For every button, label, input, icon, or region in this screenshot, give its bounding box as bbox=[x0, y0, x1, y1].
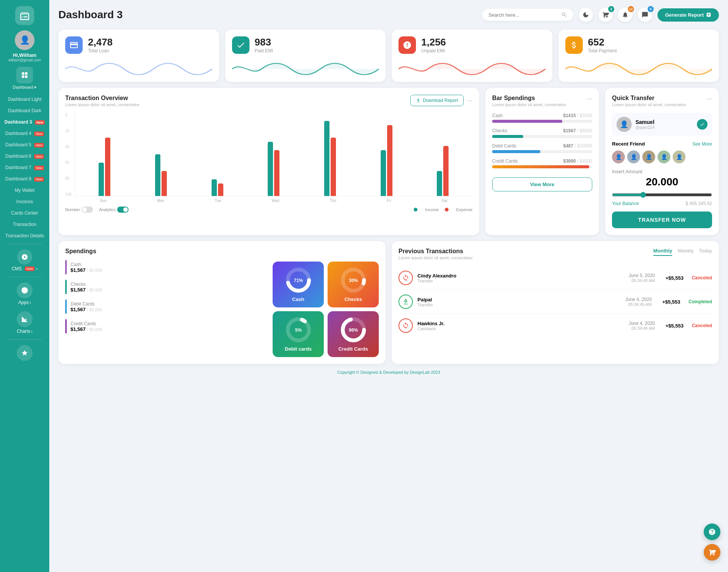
number-toggle[interactable]: Number bbox=[65, 207, 93, 213]
tx-icon-paipal bbox=[399, 295, 413, 309]
friend-avatar-1[interactable]: 👤 bbox=[612, 150, 625, 163]
sidebar-item-transaction[interactable]: Transaction bbox=[0, 219, 49, 230]
sidebar-item-dashboard-light[interactable]: Dashboard Light bbox=[0, 94, 49, 105]
cms-label[interactable]: CMS New › bbox=[12, 266, 38, 271]
credit-donut-chart: 96% bbox=[340, 317, 367, 343]
qt-more-btn[interactable]: ··· bbox=[706, 95, 712, 103]
sidebar-item-dashboard-7[interactable]: Dashboard 7 New bbox=[0, 162, 49, 173]
tx-name-paipal: Paipal bbox=[417, 297, 433, 302]
svg-rect-3 bbox=[25, 75, 28, 78]
debit-donut-card: 5% Debit cards bbox=[273, 311, 324, 357]
friend-avatar-3[interactable]: 👤 bbox=[642, 150, 655, 163]
bar-red-sat bbox=[443, 146, 449, 196]
bar-red-tue bbox=[218, 183, 223, 196]
stats-row: 2,478 Total Loan 983 Paid EMI bbox=[58, 30, 719, 82]
friend-avatars: 👤 👤 👤 👤 👤 bbox=[612, 150, 712, 163]
insert-amount-label: Insert Amount bbox=[612, 169, 712, 174]
quick-transfer-subtitle: Lorem ipsum dolor sit amet, consectetur bbox=[612, 102, 686, 107]
tx-type-hawkins: Cashback bbox=[417, 326, 445, 331]
friend-avatar-4[interactable]: 👤 bbox=[657, 150, 670, 163]
bar-teal-fri bbox=[381, 150, 386, 196]
download-report-btn[interactable]: Download Report bbox=[410, 95, 464, 106]
tab-monthly[interactable]: Monthly bbox=[653, 248, 672, 256]
sidebar: 👤 Hi,William william@gmail.com Dashboard… bbox=[0, 0, 49, 572]
see-more-btn[interactable]: See More bbox=[692, 141, 712, 147]
unpaid-emi-value: 1,256 bbox=[421, 36, 446, 48]
sidebar-item-my-wallet[interactable]: My Wallet bbox=[0, 185, 49, 196]
theme-toggle-btn[interactable] bbox=[579, 8, 593, 22]
analytics-toggle-switch[interactable] bbox=[117, 207, 129, 213]
sidebar-star-btn[interactable] bbox=[17, 345, 33, 361]
tx-status-cindy: Canceled bbox=[692, 275, 712, 281]
header-actions: 2 12 5 Generate Report bbox=[482, 8, 719, 22]
view-more-btn[interactable]: View More bbox=[492, 177, 592, 191]
message-icon-btn[interactable]: 5 bbox=[638, 8, 652, 22]
tab-today[interactable]: Today bbox=[699, 248, 712, 256]
transfer-now-btn[interactable]: TRANSFER NOW bbox=[612, 212, 712, 228]
bar-group-sat bbox=[437, 146, 449, 196]
checks-donut-chart: 30% bbox=[340, 267, 367, 293]
transaction-overview-card: Transaction Overview Lorem ipsum dolor s… bbox=[58, 88, 479, 235]
number-toggle-switch[interactable] bbox=[82, 207, 93, 213]
amount-slider[interactable] bbox=[612, 192, 712, 198]
spending-checks: Checks $1567 / $5000 bbox=[492, 128, 592, 138]
bar-red-thu bbox=[331, 138, 336, 196]
tab-weekly[interactable]: Weekly bbox=[678, 248, 693, 256]
sidebar-item-dashboard-4[interactable]: Dashboard 4 New bbox=[0, 128, 49, 139]
sidebar-item-dashboard-5[interactable]: Dashboard 5 New bbox=[0, 139, 49, 150]
unpaid-emi-wave bbox=[399, 58, 546, 80]
friend-avatar-2[interactable]: 👤 bbox=[627, 150, 640, 163]
tx-name-hawkins: Hawkins Jr. bbox=[417, 321, 445, 326]
float-support-btn[interactable] bbox=[704, 523, 720, 540]
sidebar-item-dashboard-3[interactable]: Dashboard 3 New bbox=[0, 116, 49, 128]
bar-red-mon bbox=[162, 171, 167, 196]
cms-icon[interactable] bbox=[17, 249, 32, 265]
spendings-more-btn[interactable]: ··· bbox=[587, 95, 592, 103]
sidebar-item-transaction-details[interactable]: Transaction Details bbox=[0, 230, 49, 241]
unpaid-emi-label: Unpaid EMI bbox=[421, 48, 446, 53]
bar-red-sun bbox=[105, 138, 110, 196]
balance-row: Your Balance $ 456,345.62 bbox=[612, 201, 712, 206]
credit-donut-card: 96% Credit Cards bbox=[328, 311, 379, 357]
y-axis-labels: 100806040200 bbox=[65, 113, 75, 196]
bell-icon-btn[interactable]: 12 bbox=[618, 8, 632, 22]
quick-transfer-card: Quick Transfer Lorem ipsum dolor sit ame… bbox=[605, 88, 719, 235]
sidebar-item-dashboard-8[interactable]: Dashboard 8 New bbox=[0, 173, 49, 185]
bottom-row: Spendings Cash $1,567 / $5,000 Checks bbox=[58, 241, 719, 364]
bar-spendings-card: Bar Spendings Lorem ipsum dolor sit amet… bbox=[485, 88, 599, 235]
tx-item-hawkins: Hawkins Jr. Cashback June 4, 2020 05:34:… bbox=[399, 314, 712, 337]
bar-red-wed bbox=[274, 150, 279, 196]
bar-chart: 100806040200 bbox=[65, 113, 472, 213]
bell-badge: 12 bbox=[628, 6, 634, 12]
tx-more-btn[interactable]: ··· bbox=[467, 97, 472, 105]
float-cart-btn[interactable] bbox=[704, 544, 720, 561]
stat-card-unpaid-emi: 1,256 Unpaid EMI bbox=[392, 30, 552, 82]
quick-transfer-title: Quick Transfer bbox=[612, 95, 686, 102]
svg-text:5%: 5% bbox=[295, 328, 302, 333]
sidebar-logo[interactable] bbox=[15, 6, 34, 25]
sidebar-item-dashboard-6[interactable]: Dashboard 6 New bbox=[0, 150, 49, 162]
svg-point-4 bbox=[22, 287, 28, 294]
tx-overview-title: Transaction Overview bbox=[65, 95, 140, 102]
spendings-cash-row: Cash $1,567 / $5,000 bbox=[65, 260, 267, 274]
dashboard-icon-btn[interactable] bbox=[16, 67, 33, 83]
qt-avatar: 👤 bbox=[617, 117, 632, 132]
sidebar-item-dashboard-dark[interactable]: Dashboard Dark bbox=[0, 105, 49, 116]
cash-donut-chart: 71% bbox=[285, 267, 312, 293]
amount-display: 20.000 bbox=[612, 176, 712, 188]
search-input[interactable] bbox=[488, 12, 561, 18]
analytics-toggle[interactable]: Analytics bbox=[99, 207, 129, 213]
total-payment-icon bbox=[565, 36, 583, 54]
generate-report-btn[interactable]: Generate Report bbox=[657, 8, 719, 22]
sidebar-item-cards-center[interactable]: Cards Center bbox=[0, 207, 49, 219]
tx-item-cindy: Cindy Alexandro Transfer June 5, 2020 05… bbox=[399, 266, 712, 290]
friend-avatar-5[interactable]: 👤 bbox=[673, 150, 686, 163]
cart-icon-btn[interactable]: 2 bbox=[598, 8, 613, 22]
bar-spendings-subtitle: Lorem ipsum dolor sit amet, consectetur bbox=[492, 102, 566, 107]
paid-emi-icon bbox=[232, 36, 249, 54]
apps-section[interactable]: Apps› bbox=[17, 279, 33, 308]
stat-card-total-payment: 652 Total Payment bbox=[559, 30, 719, 82]
tx-name-cindy: Cindy Alexandro bbox=[417, 273, 457, 279]
charts-section[interactable]: Charts› bbox=[17, 308, 33, 337]
sidebar-item-invoices[interactable]: Invoices bbox=[0, 196, 49, 207]
